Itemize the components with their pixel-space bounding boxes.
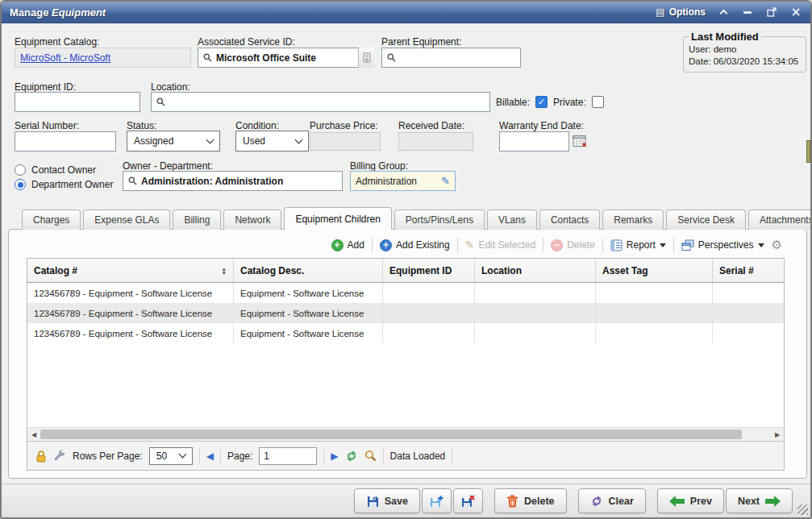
- equipment-id-input[interactable]: [15, 92, 140, 112]
- save-button[interactable]: Save: [354, 488, 420, 513]
- scroll-left-arrow[interactable]: ◀: [27, 428, 40, 441]
- delete-button[interactable]: Delete: [494, 488, 567, 513]
- scroll-right-arrow[interactable]: ▶: [771, 428, 784, 441]
- scrollbar-track[interactable]: [40, 428, 771, 441]
- add-button[interactable]: + Add: [331, 239, 364, 251]
- chevron-up-icon: [719, 10, 727, 18]
- cell-catalog-desc[interactable]: Equipment - Software License: [234, 303, 383, 323]
- equipment-catalog-link[interactable]: MicroSoft - MicroSoft: [20, 52, 110, 64]
- owner-department-input[interactable]: Administration: Administration: [123, 171, 343, 191]
- cell-catalog-desc[interactable]: Equipment - Software License: [234, 323, 383, 343]
- delete-selected-button[interactable]: − Delete: [551, 239, 595, 251]
- tab-ports-pins-lens[interactable]: Ports/Pins/Lens: [394, 210, 485, 230]
- close-button[interactable]: ×: [789, 6, 802, 19]
- edit-selected-button[interactable]: ✎ Edit Selected: [465, 239, 535, 251]
- cell-asset-tag[interactable]: [596, 323, 713, 343]
- tab-attachments[interactable]: Attachments: [748, 210, 812, 230]
- tab-service-desk[interactable]: Service Desk: [666, 210, 746, 230]
- refresh-icon[interactable]: [345, 450, 358, 463]
- status-select[interactable]: Assigned: [127, 131, 220, 152]
- cell-catalog-number[interactable]: 123456789 - Equipment - Software License: [27, 283, 234, 303]
- view-service-button[interactable]: [358, 48, 374, 68]
- cell-asset-tag[interactable]: [596, 303, 713, 323]
- grid-pager: Rows Per Page: 50 ◀ Page: 1 ▶ Data Loa: [27, 441, 784, 470]
- cell-location[interactable]: [475, 283, 596, 303]
- edit-pencil-icon[interactable]: ✎: [441, 175, 450, 187]
- column-header-location[interactable]: Location: [475, 259, 596, 282]
- cell-location[interactable]: [475, 303, 596, 323]
- cell-equipment-id[interactable]: [383, 283, 475, 303]
- contact-owner-radio[interactable]: [15, 164, 26, 176]
- wrench-icon[interactable]: [53, 450, 66, 463]
- table-row[interactable]: 123456789 - Equipment - Software License…: [27, 323, 784, 343]
- cell-equipment-id[interactable]: [383, 303, 475, 323]
- search-magnifier-icon[interactable]: [364, 450, 377, 462]
- window-resize-grip[interactable]: [797, 504, 808, 515]
- contact-owner-option[interactable]: Contact Owner: [15, 164, 96, 176]
- column-header-catalog-number[interactable]: Catalog # ▲▼: [27, 259, 234, 282]
- department-owner-radio[interactable]: [15, 179, 26, 190]
- report-menu-button[interactable]: Report: [610, 239, 666, 251]
- last-modified-box: Last Modified User: demo Date: 06/03/202…: [683, 31, 806, 73]
- parent-equipment-input[interactable]: [381, 48, 521, 68]
- collapse-button[interactable]: [717, 6, 730, 19]
- cell-catalog-number[interactable]: 123456789 - Equipment - Software License: [27, 303, 234, 323]
- location-input[interactable]: [151, 92, 490, 112]
- column-header-catalog-desc[interactable]: Catalog Desc.: [234, 259, 383, 282]
- private-checkbox[interactable]: [592, 96, 604, 108]
- rows-per-page-select[interactable]: 50: [149, 447, 193, 465]
- billable-checkbox[interactable]: ✓: [535, 96, 548, 108]
- cell-catalog-number[interactable]: 123456789 - Equipment - Software License: [27, 323, 234, 343]
- condition-select[interactable]: Used: [235, 131, 309, 152]
- calendar-picker-button[interactable]: [573, 134, 587, 152]
- cell-serial-number[interactable]: [713, 283, 784, 303]
- grid-header: Catalog # ▲▼ Catalog Desc. Equipment ID …: [27, 259, 784, 283]
- scrollbar-thumb[interactable]: [40, 430, 742, 439]
- tab-charges[interactable]: Charges: [22, 210, 81, 230]
- minimize-button[interactable]: [741, 6, 754, 19]
- cell-catalog-desc[interactable]: Equipment - Software License: [234, 283, 383, 303]
- next-page-arrow[interactable]: ▶: [331, 450, 338, 462]
- serial-number-input[interactable]: [15, 131, 116, 152]
- sort-icon[interactable]: ▲▼: [222, 267, 227, 275]
- last-modified-title: Last Modified: [689, 31, 761, 43]
- perspectives-menu-button[interactable]: Perspectives: [681, 239, 764, 251]
- tab-remarks[interactable]: Remarks: [602, 210, 664, 230]
- add-existing-button[interactable]: + Add Existing: [380, 239, 450, 251]
- clear-button[interactable]: Clear: [578, 488, 646, 513]
- page-number-input[interactable]: 1: [259, 447, 317, 465]
- tab-expense-glas[interactable]: Expense GLAs: [83, 210, 170, 230]
- tab-vlans[interactable]: VLans: [487, 210, 537, 230]
- gear-icon[interactable]: ⚙: [772, 238, 782, 252]
- next-button[interactable]: Next: [726, 488, 793, 513]
- owner-department-label: Owner - Department:: [123, 160, 213, 172]
- tab-equipment-children[interactable]: Equipment Children: [284, 207, 391, 230]
- tab-network[interactable]: Network: [223, 210, 281, 230]
- cell-serial-number[interactable]: [713, 303, 784, 323]
- toolbar-separator: [543, 238, 543, 252]
- title-bar[interactable]: Manage Equipment ▤ Options ×: [2, 2, 810, 23]
- table-row[interactable]: 123456789 - Equipment - Software License…: [27, 303, 784, 323]
- save-and-close-button[interactable]: [453, 488, 483, 513]
- side-panel-handle[interactable]: [806, 140, 810, 163]
- tab-contacts[interactable]: Contacts: [539, 210, 600, 230]
- options-menu[interactable]: ▤ Options: [656, 6, 706, 18]
- column-header-serial-number[interactable]: Serial #: [713, 259, 784, 282]
- table-row[interactable]: 123456789 - Equipment - Software License…: [27, 283, 784, 303]
- department-owner-option[interactable]: Department Owner: [15, 179, 113, 190]
- prev-button[interactable]: Prev: [657, 488, 724, 513]
- warranty-end-date-input[interactable]: [499, 131, 569, 152]
- cell-equipment-id[interactable]: [383, 323, 475, 343]
- cell-asset-tag[interactable]: [596, 283, 713, 303]
- tab-billing[interactable]: Billing: [173, 210, 221, 230]
- prev-page-arrow[interactable]: ◀: [206, 450, 214, 462]
- cell-serial-number[interactable]: [713, 323, 784, 343]
- column-header-equipment-id[interactable]: Equipment ID: [383, 259, 475, 282]
- save-and-new-button[interactable]: [422, 488, 452, 513]
- associated-service-input[interactable]: Microsoft Office Suite: [198, 48, 374, 68]
- cell-location[interactable]: [475, 323, 596, 343]
- horizontal-scrollbar[interactable]: ◀ ▶: [27, 427, 784, 441]
- popout-button[interactable]: [765, 6, 778, 19]
- column-header-asset-tag[interactable]: Asset Tag: [596, 259, 713, 282]
- lock-icon[interactable]: [35, 450, 47, 463]
